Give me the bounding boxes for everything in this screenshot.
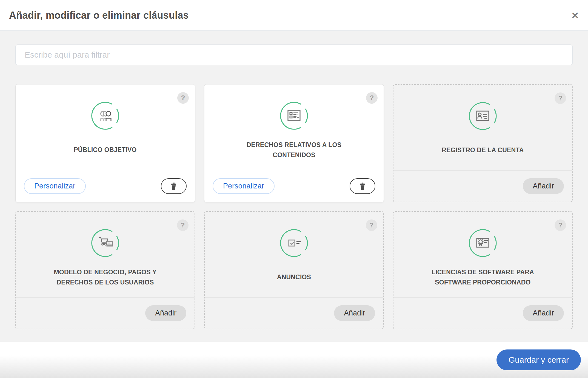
card-content: PÚBLICO OBJETIVO	[16, 84, 195, 170]
clause-title: DERECHOS RELATIVOS A LOS CONTENIDOS	[236, 140, 352, 160]
modal-body: ? PÚBLICO OBJETIVO	[0, 31, 588, 342]
add-button[interactable]: Añadir	[145, 305, 186, 321]
card-footer: Añadir	[16, 297, 195, 329]
card-footer: Añadir	[393, 297, 572, 329]
card-content: DERECHOS RELATIVOS A LOS CONTENIDOS	[204, 84, 384, 170]
clause-title: ANUNCIOS	[277, 272, 311, 282]
close-icon[interactable]: ✕	[571, 11, 579, 20]
filter-input[interactable]	[15, 44, 573, 65]
clause-title: REGISTRO DE LA CUENTA	[442, 145, 524, 155]
clause-title: LICENCIAS DE SOFTWARE PARA SOFTWARE PROP…	[425, 267, 540, 287]
card-footer: Personalizar	[204, 170, 384, 202]
clause-card-publico-objetivo: ? PÚBLICO OBJETIVO	[15, 84, 195, 202]
card-content: REGISTRO DE LA CUENTA	[393, 85, 572, 170]
trash-icon	[169, 182, 178, 191]
cart-payment-icon	[91, 229, 119, 257]
personalize-button[interactable]: Personalizar	[24, 178, 86, 194]
clauses-grid: ? PÚBLICO OBJETIVO	[15, 84, 573, 329]
card-content: ANUNCIOS	[205, 212, 383, 297]
card-footer: Añadir	[393, 170, 572, 202]
card-content: MODELO DE NEGOCIO, PAGOS Y DERECHOS DE L…	[16, 212, 195, 297]
clause-title: MODELO DE NEGOCIO, PAGOS Y DERECHOS DE L…	[48, 267, 163, 287]
clause-card-anuncios: ? ANUNCIOS Añadir	[204, 211, 384, 329]
license-certificate-icon	[469, 229, 497, 257]
modal-header: Añadir, modificar o eliminar cláusulas ✕	[0, 0, 588, 31]
add-button[interactable]: Añadir	[523, 305, 564, 321]
clause-card-derechos-contenidos: ? DERECHOS RELATIVOS A LOS CONTENIDOS	[204, 84, 384, 202]
help-icon[interactable]: ?	[177, 219, 189, 231]
clause-title: PÚBLICO OBJETIVO	[74, 145, 136, 155]
card-footer: Personalizar	[16, 170, 195, 202]
modal-footer: Guardar y cerrar	[0, 342, 588, 378]
trash-button[interactable]	[161, 178, 187, 194]
save-and-close-button[interactable]: Guardar y cerrar	[496, 349, 581, 370]
add-button[interactable]: Añadir	[523, 178, 564, 194]
add-button[interactable]: Añadir	[334, 305, 375, 321]
people-icon	[91, 101, 119, 130]
trash-icon	[358, 182, 367, 191]
clause-card-licencias-software: ? LICENCIAS DE SOFTWARE PARA SOFTWARE PR…	[393, 211, 573, 329]
help-icon[interactable]: ?	[366, 92, 378, 104]
checkbox-ads-icon	[280, 229, 308, 257]
trash-button[interactable]	[350, 178, 375, 194]
account-registration-icon	[469, 102, 497, 130]
content-rights-icon	[280, 101, 308, 130]
help-icon[interactable]: ?	[555, 92, 566, 104]
personalize-button[interactable]: Personalizar	[213, 178, 275, 194]
help-icon[interactable]: ?	[555, 219, 566, 231]
help-icon[interactable]: ?	[177, 92, 189, 104]
clause-card-modelo-negocio: ? MODELO DE NEGOCIO, PAGOS Y D	[15, 211, 195, 329]
modal-title: Añadir, modificar o eliminar cláusulas	[9, 10, 189, 21]
card-content: LICENCIAS DE SOFTWARE PARA SOFTWARE PROP…	[393, 212, 572, 297]
card-footer: Añadir	[205, 297, 383, 329]
clause-card-registro-cuenta: ? REGISTRO DE LA CUENTA	[393, 84, 573, 202]
help-icon[interactable]: ?	[366, 219, 377, 231]
